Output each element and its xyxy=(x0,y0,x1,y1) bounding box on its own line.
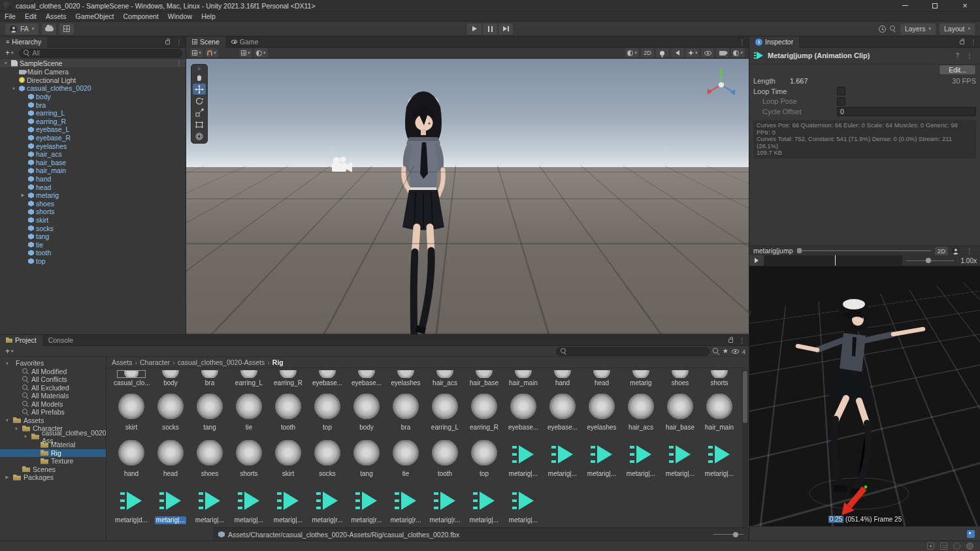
avatar-preview-icon[interactable] xyxy=(952,247,959,255)
preview-timeline[interactable] xyxy=(764,255,902,266)
hierarchy-item[interactable]: earring_L xyxy=(0,109,186,118)
layers-dropdown[interactable]: Layers▾ xyxy=(900,24,936,35)
hierarchy-item[interactable]: head xyxy=(0,183,186,191)
breadcrumb-item[interactable]: casual_clothes_0020-Assets xyxy=(178,358,265,366)
view-tool-button[interactable] xyxy=(193,72,206,83)
step-button[interactable] xyxy=(498,24,513,35)
asset-item[interactable]: eyelashes xyxy=(386,370,425,387)
asset-item[interactable]: tooth xyxy=(425,440,465,478)
preview-menu-icon[interactable]: ⋮ xyxy=(963,247,976,255)
menu-item[interactable]: Edit xyxy=(20,12,41,20)
cycle-offset-field[interactable]: 0 xyxy=(837,107,976,116)
asset-item[interactable]: hand xyxy=(543,370,582,387)
preview-2d-button[interactable]: 2D xyxy=(935,247,948,255)
cloud-services-button[interactable] xyxy=(42,24,56,35)
tree-item[interactable]: ▶ Packages xyxy=(0,473,106,482)
edit-button[interactable]: Edit... xyxy=(939,65,976,75)
expand-arrow-icon[interactable]: ▼ xyxy=(4,361,10,366)
hidden-packages-icon[interactable] xyxy=(732,349,739,354)
asset-item[interactable]: hair_main xyxy=(504,370,543,387)
create-asset-button[interactable]: +▾ xyxy=(3,347,16,356)
asset-item[interactable]: casual_clo... xyxy=(112,370,151,387)
asset-item[interactable]: tie xyxy=(386,440,425,478)
tab-game[interactable]: Game xyxy=(225,37,265,48)
asset-item[interactable]: bra xyxy=(386,394,425,432)
expand-arrow-icon[interactable]: ▼ xyxy=(3,61,9,65)
asset-item[interactable]: tie xyxy=(229,394,269,432)
asset-item[interactable]: metarig|r... xyxy=(386,486,425,524)
hierarchy-item[interactable]: tooth xyxy=(0,249,186,257)
scale-tool-button[interactable] xyxy=(193,107,206,118)
slider-knob[interactable] xyxy=(926,258,931,263)
menu-item[interactable]: File xyxy=(0,12,20,20)
hierarchy-item[interactable]: hair_main xyxy=(0,166,186,175)
hierarchy-item[interactable]: top xyxy=(0,257,186,266)
asset-item[interactable]: hair_main xyxy=(700,394,739,432)
expand-arrow-icon[interactable]: ▶ xyxy=(20,193,26,198)
hierarchy-item[interactable]: eyebase_L xyxy=(0,125,186,134)
tree-item[interactable]: Scenes xyxy=(0,465,106,474)
panel-menu-icon[interactable]: ⋮ xyxy=(736,39,749,46)
asset-item[interactable]: body xyxy=(347,394,386,432)
hidden-objects-button[interactable] xyxy=(701,48,714,57)
notifications-icon[interactable] xyxy=(927,543,934,550)
menu-item[interactable]: Component xyxy=(118,12,163,20)
hierarchy-item[interactable]: hand xyxy=(0,175,186,183)
expand-arrow-icon[interactable]: ▼ xyxy=(4,418,10,422)
search-by-type-icon[interactable] xyxy=(712,348,719,355)
asset-item[interactable]: bra xyxy=(190,370,229,387)
handle-position-dropdown[interactable]: ▾ xyxy=(239,48,252,57)
tree-item[interactable]: Texture xyxy=(0,457,106,465)
close-button[interactable]: × xyxy=(950,0,980,11)
asset-item[interactable]: hand xyxy=(112,440,151,478)
hierarchy-item[interactable]: tie xyxy=(0,240,186,249)
hierarchy-item[interactable]: skirt xyxy=(0,216,186,225)
frame-time-field[interactable]: 0.25 xyxy=(828,516,843,523)
expand-arrow-icon[interactable]: ▼ xyxy=(13,426,20,431)
grid-scrollbar[interactable] xyxy=(742,370,748,527)
favorites-filter-icon[interactable]: ★ xyxy=(723,348,728,354)
expand-arrow-icon[interactable]: ▶ xyxy=(4,475,10,480)
animation-preview-viewport[interactable]: 0.25 (051.4%) Frame 25 xyxy=(749,266,980,527)
scene-viewport[interactable]: ≡ xyxy=(186,59,749,334)
tree-item[interactable]: All Models xyxy=(0,400,106,409)
asset-item[interactable]: metarig|... xyxy=(621,440,661,478)
scene-character[interactable] xyxy=(378,85,469,334)
asset-item[interactable]: metarig|... xyxy=(151,486,190,524)
console-status-icon[interactable] xyxy=(940,543,947,550)
menu-item[interactable]: Window xyxy=(163,12,197,20)
hierarchy-item[interactable]: ▶ metarig xyxy=(0,191,186,200)
maximize-button[interactable] xyxy=(920,0,950,11)
hierarchy-item[interactable]: earring_R xyxy=(0,118,186,126)
asset-item[interactable]: earring_R xyxy=(465,394,504,432)
palette-drag-handle[interactable]: ≡ xyxy=(193,66,206,71)
asset-item[interactable]: metarig|r... xyxy=(347,486,386,524)
asset-item[interactable]: metarig|... xyxy=(504,440,543,478)
shading-mode-dropdown[interactable]: ▾ xyxy=(625,48,639,57)
menu-item[interactable]: Assets xyxy=(41,12,71,20)
panel-menu-icon[interactable]: ⋮ xyxy=(172,39,186,46)
hierarchy-item[interactable]: eyelashes xyxy=(0,142,186,150)
create-menu-button[interactable]: +▾ xyxy=(3,48,16,57)
asset-item[interactable]: metarig|r... xyxy=(425,486,465,524)
menu-item[interactable]: GameObject xyxy=(71,12,119,20)
asset-item[interactable]: earring_L xyxy=(425,394,465,432)
tree-item[interactable]: All Materials xyxy=(0,392,106,400)
hierarchy-item[interactable]: hair_acs xyxy=(0,150,186,159)
scrollbar-thumb[interactable] xyxy=(743,371,747,423)
asset-item[interactable]: shorts xyxy=(700,370,739,387)
help-icon[interactable]: ? xyxy=(955,52,959,59)
refresh-icon[interactable] xyxy=(953,543,960,550)
rect-tool-button[interactable] xyxy=(193,119,206,130)
collab-button[interactable] xyxy=(59,24,74,35)
hierarchy-item[interactable]: ▼ casual_clothes_0020 xyxy=(0,84,186,93)
asset-item[interactable]: metarig|... xyxy=(582,440,621,478)
asset-item[interactable]: head xyxy=(582,370,621,387)
loop-pose-checkbox[interactable] xyxy=(837,97,845,106)
camera-settings-button[interactable] xyxy=(716,48,729,57)
project-search-input[interactable] xyxy=(556,347,710,356)
tab-hierarchy[interactable]: ≡Hierarchy xyxy=(0,37,47,48)
asset-item[interactable]: metarig|... xyxy=(661,440,700,478)
expand-arrow-icon[interactable]: ▼ xyxy=(22,434,29,439)
asset-item[interactable]: earring_L xyxy=(229,370,269,387)
